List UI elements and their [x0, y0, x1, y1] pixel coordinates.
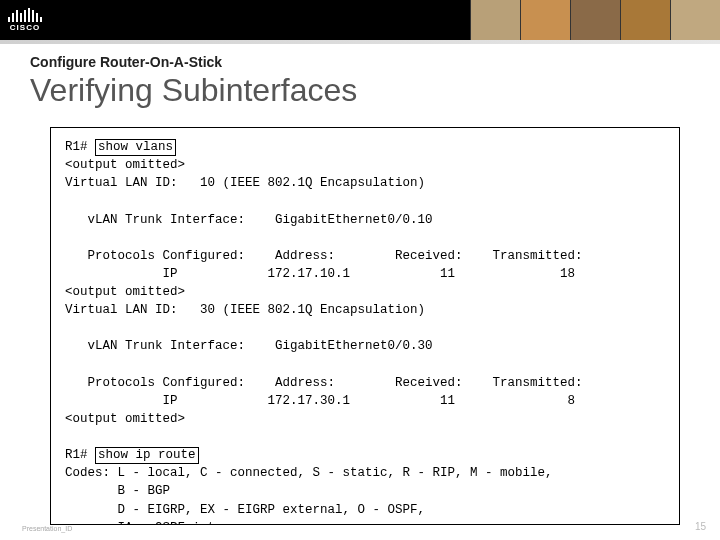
- cli-line: <output omitted>: [65, 283, 665, 301]
- cisco-logo: CISCO: [8, 8, 42, 32]
- cli-line: Protocols Configured: Address: Received:…: [65, 247, 665, 265]
- slide-eyebrow: Configure Router-On-A-Stick: [30, 54, 690, 70]
- cli-line: IP 172.17.10.1 11 18: [65, 265, 665, 283]
- cli-output-box: R1# show vlans <output omitted> Virtual …: [50, 127, 680, 525]
- cli-line: IP 172.17.30.1 11 8: [65, 392, 665, 410]
- cisco-logo-text: CISCO: [10, 23, 40, 32]
- cisco-logo-icon: [8, 8, 42, 22]
- cli-line: R1# show ip route: [65, 446, 665, 464]
- cli-line: Protocols Configured: Address: Received:…: [65, 374, 665, 392]
- cli-line: R1# show vlans: [65, 138, 665, 156]
- cli-command-highlight: show vlans: [95, 139, 176, 156]
- cli-line: B - BGP: [65, 482, 665, 500]
- cli-line: Codes: L - local, C - connected, S - sta…: [65, 464, 665, 482]
- cli-line: <output omitted>: [65, 156, 665, 174]
- cli-line: [65, 356, 665, 374]
- cli-line: [65, 428, 665, 446]
- cli-prompt: R1#: [65, 448, 95, 462]
- header-band: CISCO: [0, 0, 720, 40]
- slide-content: Configure Router-On-A-Stick Verifying Su…: [0, 44, 720, 525]
- cli-line: [65, 319, 665, 337]
- cli-line: Virtual LAN ID: 30 (IEEE 802.1Q Encapsul…: [65, 301, 665, 319]
- cli-command-highlight: show ip route: [95, 447, 199, 464]
- cli-prompt: R1#: [65, 140, 95, 154]
- cli-line: <output omitted>: [65, 410, 665, 428]
- slide-title: Verifying Subinterfaces: [30, 72, 690, 109]
- cli-line: [65, 192, 665, 210]
- cli-line: vLAN Trunk Interface: GigabitEthernet0/0…: [65, 211, 665, 229]
- header-photo-strip: [470, 0, 720, 40]
- cli-line: vLAN Trunk Interface: GigabitEthernet0/0…: [65, 337, 665, 355]
- presentation-id: Presentation_ID: [22, 525, 72, 532]
- cli-line: IA - OSPF inter area: [65, 519, 665, 525]
- cli-line: D - EIGRP, EX - EIGRP external, O - OSPF…: [65, 501, 665, 519]
- cli-line: Virtual LAN ID: 10 (IEEE 802.1Q Encapsul…: [65, 174, 665, 192]
- cli-line: [65, 229, 665, 247]
- page-number: 15: [695, 521, 706, 532]
